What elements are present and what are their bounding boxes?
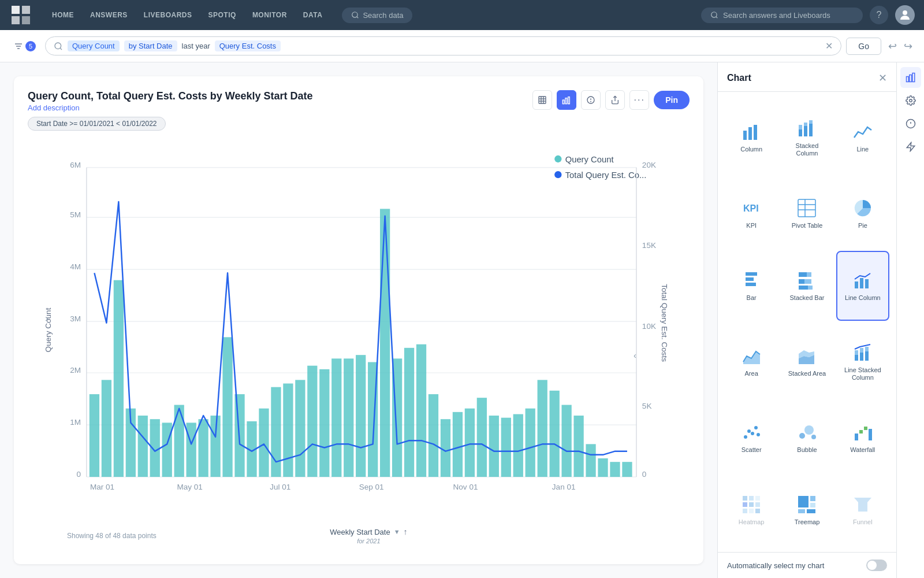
- filter-count: 5: [25, 41, 36, 51]
- chart-type-heatmap: Heatmap: [725, 475, 778, 545]
- chart-type-waterfall[interactable]: Waterfall: [836, 403, 889, 473]
- date-filter-tag[interactable]: Start Date >= 01/01/2021 < 01/01/2022: [28, 117, 166, 131]
- chart-type-scatter-label: Scatter: [742, 446, 762, 454]
- chart-type-waterfall-label: Waterfall: [850, 446, 875, 454]
- svg-rect-127: [804, 279, 811, 284]
- svg-rect-0: [12, 6, 20, 14]
- svg-point-141: [751, 432, 754, 435]
- nav-spotiq[interactable]: SPOTIQ: [203, 8, 242, 23]
- svg-point-100: [554, 155, 561, 162]
- auto-select-label: Automatically select my chart: [727, 561, 824, 570]
- chart-type-stacked-area[interactable]: Stacked Area: [780, 323, 833, 401]
- search-answers-input[interactable]: Search answers and Liveboards: [701, 8, 863, 23]
- svg-text:5K: 5K: [642, 402, 652, 410]
- chart-subtitle[interactable]: Add description: [28, 103, 312, 112]
- chart-type-stacked-column[interactable]: Stacked Column: [780, 99, 833, 176]
- lightning-button[interactable]: [900, 136, 921, 157]
- svg-text:Jul 01: Jul 01: [270, 483, 290, 491]
- svg-rect-114: [809, 120, 813, 124]
- auto-select-row: Automatically select my chart: [718, 552, 896, 578]
- pin-button[interactable]: Pin: [654, 91, 690, 109]
- chart-type-stacked-bar[interactable]: Stacked Bar: [780, 251, 833, 321]
- insights-button[interactable]: [581, 90, 601, 110]
- svg-rect-161: [810, 496, 815, 501]
- svg-line-5: [357, 17, 359, 18]
- nav-monitor[interactable]: MONITOR: [247, 8, 293, 23]
- app-logo[interactable]: [9, 3, 32, 27]
- search-data-button[interactable]: Search data: [342, 8, 412, 23]
- svg-text:5M: 5M: [70, 210, 81, 219]
- chart-svg: 6M 5M 4M 3M 2M 1M 0 20K 15K 10K 5K 0: [28, 138, 690, 523]
- svg-rect-108: [754, 125, 757, 140]
- svg-text:Jan 01: Jan 01: [552, 483, 576, 491]
- info-panel-button[interactable]: [900, 113, 921, 134]
- search-clear-button[interactable]: ✕: [825, 40, 833, 51]
- chart-type-column[interactable]: Column: [725, 99, 778, 176]
- svg-point-146: [811, 435, 816, 439]
- svg-text:›: ›: [45, 312, 49, 324]
- svg-rect-123: [746, 283, 756, 286]
- chart-type-kpi[interactable]: KPI KPI: [725, 179, 778, 249]
- chart-type-panel: Chart ✕ Column Stacked Column Line KPI: [717, 62, 896, 578]
- chart-header: Query Count, Total Query Est. Costs by W…: [28, 90, 690, 112]
- svg-rect-126: [799, 279, 804, 284]
- side-icons: [896, 62, 924, 578]
- svg-text:6M: 6M: [70, 161, 81, 169]
- svg-rect-73: [380, 209, 390, 477]
- svg-rect-151: [743, 496, 747, 501]
- chart-type-bubble[interactable]: Bubble: [780, 403, 833, 473]
- go-button[interactable]: Go: [846, 38, 881, 55]
- svg-rect-109: [799, 129, 802, 136]
- x-axis-sub: for 2021: [357, 538, 380, 544]
- chart-type-line[interactable]: Line: [836, 99, 889, 176]
- nav-data[interactable]: DATA: [297, 8, 329, 23]
- chart-type-pivot-table[interactable]: Pivot Table: [780, 179, 833, 249]
- top-navigation: HOME ANSWERS LIVEBOARDS SPOTIQ MONITOR D…: [0, 0, 924, 30]
- svg-rect-3: [22, 16, 30, 24]
- undo-button[interactable]: ↩: [886, 38, 899, 55]
- svg-rect-70: [344, 358, 353, 477]
- svg-rect-57: [187, 423, 196, 477]
- search-chip-query-count: Query Count: [68, 40, 120, 51]
- nav-answers[interactable]: ANSWERS: [84, 8, 133, 23]
- chart-panel-toggle-button[interactable]: [900, 67, 921, 88]
- chart-type-bar[interactable]: Bar: [725, 251, 778, 321]
- chart-type-scatter[interactable]: Scatter: [725, 403, 778, 473]
- chart-type-pie[interactable]: Pie: [836, 179, 889, 249]
- svg-rect-167: [912, 73, 915, 82]
- table-view-button[interactable]: [532, 90, 552, 110]
- svg-rect-155: [749, 502, 754, 507]
- search-row: 5 Query Count by Start Date last year Qu…: [0, 30, 924, 62]
- svg-rect-113: [809, 124, 813, 136]
- svg-rect-63: [259, 409, 269, 477]
- nav-liveboards[interactable]: LIVEBOARDS: [138, 8, 198, 23]
- share-button[interactable]: [605, 90, 625, 110]
- chart-type-treemap[interactable]: Treemap: [780, 475, 833, 545]
- svg-rect-159: [755, 509, 760, 513]
- settings-panel-button[interactable]: [900, 90, 921, 111]
- user-avatar[interactable]: [895, 5, 915, 25]
- nav-home[interactable]: HOME: [46, 8, 80, 23]
- filter-button[interactable]: 5: [9, 39, 40, 54]
- chart-type-line-label: Line: [856, 146, 869, 153]
- redo-button[interactable]: ↪: [901, 38, 915, 55]
- chart-type-kpi-label: KPI: [746, 222, 757, 229]
- svg-text:Mar 01: Mar 01: [90, 483, 114, 491]
- svg-rect-132: [865, 279, 869, 288]
- panel-close-button[interactable]: ✕: [878, 72, 887, 84]
- help-button[interactable]: ?: [870, 6, 888, 24]
- chart-view-button[interactable]: [557, 90, 576, 110]
- svg-rect-165: [906, 77, 908, 82]
- topnav-right: Search answers and Liveboards ?: [701, 5, 915, 25]
- chart-type-area[interactable]: Area: [725, 323, 778, 401]
- search-bar[interactable]: Query Count by Start Date last year Quer…: [45, 36, 841, 55]
- x-axis-label[interactable]: Weekly Start Date: [330, 528, 390, 536]
- auto-select-toggle[interactable]: [866, 560, 887, 571]
- svg-rect-133: [855, 355, 858, 361]
- more-button[interactable]: ···: [629, 90, 649, 110]
- chart-type-line-stacked-column[interactable]: Line Stacked Column: [836, 323, 889, 401]
- chart-type-bubble-label: Bubble: [797, 446, 817, 454]
- chart-type-funnel: Funnel: [836, 475, 889, 545]
- svg-rect-88: [562, 405, 572, 477]
- chart-type-line-column[interactable]: Line Column: [836, 251, 889, 321]
